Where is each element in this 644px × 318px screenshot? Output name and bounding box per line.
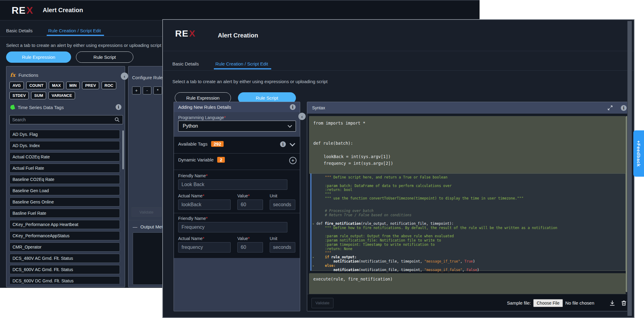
tag-list-scrollbar[interactable] xyxy=(122,130,124,169)
tag-list-item[interactable]: DCS_600V DC Grnd. Flt. Status xyxy=(9,276,120,284)
value-input[interactable]: 60 xyxy=(237,200,263,210)
code-line[interactable]: ▾else: xyxy=(311,264,625,268)
code-line[interactable] xyxy=(311,217,625,222)
value-input[interactable]: 60 xyxy=(237,242,263,253)
code-line[interactable]: """ use the function convertToUserTimezo… xyxy=(311,196,625,201)
function-button-min[interactable]: MIN xyxy=(66,82,80,89)
operator-button[interactable]: * xyxy=(153,87,162,94)
code-line[interactable]: :param rule_output: Output from the abov… xyxy=(311,234,625,238)
choose-file-button[interactable]: Choose File xyxy=(533,299,563,307)
code-line[interactable] xyxy=(311,201,625,205)
code-line[interactable]: def rule(batch): xyxy=(309,140,626,147)
code-line[interactable]: notification(notification_file, timepoin… xyxy=(311,268,625,272)
window-scrollbar[interactable] xyxy=(627,21,632,316)
code-editor-bottom[interactable]: execute(rule, fire_notification) xyxy=(309,273,626,295)
actual-name-input[interactable]: lookBack xyxy=(178,200,231,210)
code-line[interactable] xyxy=(309,147,626,153)
function-button-roc[interactable]: ROC xyxy=(102,82,117,89)
code-line[interactable] xyxy=(311,230,625,234)
back-validate-button[interactable]: Validate xyxy=(131,207,161,217)
add-variable-icon[interactable]: + xyxy=(289,157,297,164)
available-tags-info-icon[interactable]: i xyxy=(280,141,286,147)
code-line[interactable]: :param notification_file: Notification f… xyxy=(311,238,625,243)
tag-list-item[interactable]: Actual CO2Eq Rate xyxy=(9,152,120,161)
unit-input[interactable]: seconds xyxy=(270,242,295,253)
back-rule-expression-button[interactable]: Rule Expression xyxy=(6,51,71,63)
actual-name-input[interactable]: frequency xyxy=(178,242,231,253)
tag-list-item[interactable]: Baseline Gens Online xyxy=(9,197,120,207)
function-button-stdev[interactable]: STDEV xyxy=(9,92,29,99)
fold-marker-icon[interactable]: ▾ xyxy=(312,264,314,268)
tags-info-icon[interactable]: i xyxy=(116,104,121,110)
function-button-count[interactable]: COUNT xyxy=(26,82,46,89)
code-line[interactable]: :return: None xyxy=(311,247,625,251)
front-validate-button[interactable]: Validate xyxy=(311,298,333,308)
tag-list-item[interactable]: AD Dys. Index xyxy=(9,141,120,150)
tag-list-item[interactable]: CMR_Operator xyxy=(9,242,120,252)
delete-icon[interactable] xyxy=(621,300,627,306)
back-rule-script-button[interactable]: Rule Script xyxy=(76,51,133,63)
code-line[interactable]: # Processing over batch xyxy=(311,209,625,213)
code-line[interactable] xyxy=(309,126,626,133)
front-tab-rule-creation[interactable]: Rule Creation / Script Edit xyxy=(215,61,268,66)
available-tags-chevron-icon[interactable] xyxy=(290,141,295,146)
dynamic-variable-row[interactable]: Dynamic Variable 2 xyxy=(178,157,225,163)
programming-language-select[interactable]: Python xyxy=(178,121,296,132)
code-editor-top[interactable]: from imports import * def rule(batch): l… xyxy=(309,116,626,174)
friendly-name-input[interactable]: Look Back xyxy=(178,179,287,190)
code-line[interactable]: ▾if rule_output: xyxy=(311,255,625,260)
function-button-sum[interactable]: SUM xyxy=(31,92,46,99)
function-button-max[interactable]: MAX xyxy=(49,82,64,89)
code-line[interactable]: lookBack = int(sys.argv[1]) xyxy=(309,153,626,160)
details-collapse-button[interactable]: ‹ xyxy=(298,113,306,120)
code-line[interactable]: notification(notification_file, timepoin… xyxy=(311,260,625,264)
operator-button[interactable]: - xyxy=(143,87,151,94)
expand-icon[interactable] xyxy=(607,105,613,111)
front-window: REX Alert Creation Basic Details Rule Cr… xyxy=(162,19,635,318)
code-line[interactable]: :param timepoint: Timestamp to write not… xyxy=(311,243,625,247)
available-tags-row[interactable]: Available Tags 292 xyxy=(178,141,224,147)
friendly-name-input[interactable]: Frequency xyxy=(178,222,287,232)
code-line[interactable] xyxy=(309,133,626,140)
code-line[interactable]: :param batch: DataFrame of data to perfo… xyxy=(311,184,625,188)
code-line[interactable]: from imports import * xyxy=(309,120,626,126)
back-tab-rule-creation[interactable]: Rule Creation / Script Edit xyxy=(48,28,101,33)
operator-button[interactable]: + xyxy=(132,87,141,94)
tag-list-item[interactable]: AD Dys. Flag xyxy=(9,130,120,139)
code-editor-script-block[interactable]: """ Define script here, and return a Tru… xyxy=(310,173,626,271)
front-tab-basic-details[interactable]: Basic Details xyxy=(172,61,199,66)
tag-search-input[interactable] xyxy=(10,117,114,122)
code-line[interactable]: execute(rule, fire_notification) xyxy=(309,276,626,282)
syntax-info-icon[interactable]: i xyxy=(621,105,627,111)
code-line[interactable]: :return: bool xyxy=(311,188,625,192)
fold-marker-icon[interactable]: ▾ xyxy=(312,222,314,226)
tag-list-item[interactable]: Basline Fuel Rate xyxy=(9,209,120,218)
tag-list-item[interactable]: DCS_480V AC Grnd. Flt. Status xyxy=(9,254,120,263)
code-line[interactable]: """ xyxy=(311,192,625,196)
tag-list-item[interactable]: CKey_PerformanceAppStatus xyxy=(9,231,120,240)
code-line[interactable] xyxy=(311,205,625,209)
functions-collapse-button[interactable]: ‹ xyxy=(121,72,128,80)
code-line[interactable]: """ Define script here, and return a Tru… xyxy=(311,175,625,180)
tag-list-item[interactable]: Actual Fuel Rate xyxy=(9,164,120,173)
code-line[interactable]: ▾def fire_notification(rule_output, noti… xyxy=(311,222,625,226)
back-tab-basic-details[interactable]: Basic Details xyxy=(6,28,33,33)
tag-list-item[interactable]: Baseline Gen Load xyxy=(9,186,120,195)
details-panel-title: Adding New Rules Details xyxy=(178,104,231,110)
fold-marker-icon[interactable]: ▾ xyxy=(312,256,314,260)
code-line[interactable]: frequency = int(sys.argv[2]) xyxy=(309,160,626,167)
tag-list-item[interactable]: CKey_Performance App Heartbeat xyxy=(9,220,120,229)
details-info-icon[interactable]: i xyxy=(290,104,296,110)
tag-list-item[interactable]: DCS_600V AC Grnd. Flt. Status xyxy=(9,265,120,274)
code-line[interactable]: # Return True / False based on condition… xyxy=(311,213,625,217)
feedback-tab[interactable]: +Feedback xyxy=(633,130,644,177)
code-line[interactable]: """ xyxy=(311,251,625,255)
function-button-prev[interactable]: PREV xyxy=(82,82,99,89)
function-button-variance[interactable]: VARIANCE xyxy=(49,92,75,99)
function-button-avg[interactable]: AVG xyxy=(9,82,24,89)
code-line[interactable]: """ Define how to fire notifications. By… xyxy=(311,226,625,230)
code-line[interactable] xyxy=(311,180,625,184)
unit-input[interactable]: seconds xyxy=(270,200,295,210)
download-icon[interactable] xyxy=(609,300,616,306)
tag-list-item[interactable]: Baseline CO2Eq Rate xyxy=(9,175,120,184)
